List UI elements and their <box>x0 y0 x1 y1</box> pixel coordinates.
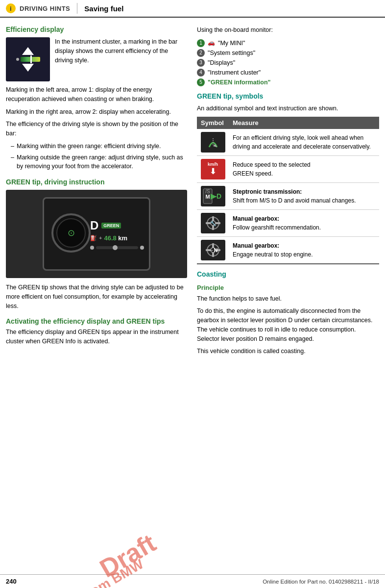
symbol-cell-2: km/h ⬇ <box>197 155 229 182</box>
sym-img-gear-wrench: 🔧 <box>201 213 225 233</box>
intro-text: Using the on-board monitor: <box>197 26 379 35</box>
header-divider <box>77 3 77 14</box>
measure-cell-3: Steptronic transmission: Shift from M/S … <box>229 182 379 209</box>
symbol-measure-table: Symbol Measure <box>197 117 379 264</box>
num-badge-5: 5 <box>197 78 205 86</box>
gauge-circle: ⊙ <box>51 213 91 253</box>
right-column: Using the on-board monitor: 1 🚗 "My MINI… <box>197 26 379 359</box>
efficiency-bar <box>13 45 43 74</box>
main-content: Efficiency display In the instrument clu… <box>0 18 385 364</box>
bar-dot <box>16 58 19 61</box>
num-badge-2: 2 <box>197 49 205 57</box>
svg-rect-11 <box>216 222 220 224</box>
num-badge-1: 1 <box>197 39 205 47</box>
slider-end-left <box>90 246 94 250</box>
table-row: 🔧 Manual gearbox: Follow gearshift recom… <box>197 209 379 236</box>
edition-text: Online Edition for Part no. 01402988211 … <box>263 579 379 585</box>
efficiency-text1: In the instrument cluster, a marking in … <box>55 38 177 64</box>
svg-text:M: M <box>205 194 210 200</box>
symbol-cell-4: 🔧 <box>197 209 229 236</box>
table-header-measure: Measure <box>229 117 379 129</box>
num-badge-3: 3 <box>197 59 205 67</box>
table-header-symbol: Symbol <box>197 117 229 129</box>
ic-d-label: D GREEN <box>90 219 144 232</box>
info-icon: i <box>6 3 16 13</box>
page-number: 240 <box>6 578 17 585</box>
symbol-cell-5: →N <box>197 236 229 264</box>
slider-dot <box>113 245 118 250</box>
draft-watermark: Draft <box>96 530 160 582</box>
num-item-2: 2 "System settings" <box>197 48 379 58</box>
arrow-up-icon <box>22 47 34 55</box>
left-column: Efficiency display In the instrument clu… <box>6 26 187 359</box>
num-item-1-icon: 🚗 <box>208 38 215 48</box>
efficiency-bar-visual <box>21 57 40 62</box>
num-item-4: 4 "Instrument cluster" <box>197 68 379 77</box>
num-item-5: 5 "GREEN information" <box>197 77 379 87</box>
efficiency-text2: Marking in the left area, arrow 1: displ… <box>6 85 187 104</box>
activating-heading: Activating the efficiency display and GR… <box>6 317 187 325</box>
num-badge-4: 4 <box>197 69 205 77</box>
measure-cell-5: Manual gearbox: Engage neutral to stop e… <box>229 236 379 264</box>
svg-text:/S: /S <box>205 189 210 194</box>
table-row: →N Manual gearbox: Engage neutral to sto… <box>197 236 379 264</box>
svg-text:D: D <box>216 192 221 200</box>
page-title: Saving fuel <box>84 4 123 13</box>
sym-img-arrow <box>201 132 225 153</box>
fuel-icon: ⛽ <box>90 235 97 241</box>
ic-slider-row <box>90 246 144 250</box>
green-tip-driving-image: ⊙ D GREEN ⛽ + 46.8 km <box>6 190 187 278</box>
green-driving-text: The GREEN tip shows that the driving sty… <box>6 283 187 310</box>
ic-distance: 46.8 km <box>104 234 127 242</box>
svg-text:🔧: 🔧 <box>210 220 217 227</box>
coasting-heading: Coasting <box>197 270 379 278</box>
sym-img-steptronic: M /S D <box>201 186 225 206</box>
steering-icon: ⊙ <box>68 228 75 238</box>
efficiency-text4: The efficiency of the driving style is s… <box>6 120 187 138</box>
measure-cell-4: Manual gearbox: Follow gearshift recomme… <box>229 209 379 236</box>
bar-row <box>16 57 40 62</box>
arrow-down-icon <box>22 64 34 72</box>
table-row: km/h ⬇ Reduce speed to the selected GREE… <box>197 155 379 182</box>
coasting-text2: To do this, the engine is automatically … <box>197 307 379 343</box>
numbered-list: 1 🚗 "My MINI" 2 "System settings" 3 "Dis… <box>197 38 379 87</box>
num-item-3: 3 "Displays" <box>197 58 379 68</box>
coasting-text1: The function helps to save fuel. <box>197 294 379 304</box>
symbol-cell-1 <box>197 129 229 156</box>
driving-hints-label: i DRIVING HINTS <box>6 3 70 13</box>
green-driving-heading: GREEN tip, driving instruction <box>6 178 187 186</box>
green-tip-heading: GREEN tip, symbols <box>197 92 379 100</box>
bullet-item-2: Marking outside the green range: adjust … <box>11 153 187 172</box>
coasting-text3: This vehicle condition is called coastin… <box>197 347 379 356</box>
measure-cell-2: Reduce speed to the selected GREEN speed… <box>229 155 379 182</box>
activating-text: The efficiency display and GREEN tips ap… <box>6 328 187 346</box>
efficiency-heading: Efficiency display <box>6 26 187 33</box>
sym-img-gear-n: →N <box>201 240 225 260</box>
ic-right-panel: D GREEN ⛽ + 46.8 km <box>90 204 144 264</box>
num-item-1: 1 🚗 "My MINI" <box>197 38 379 48</box>
green-tip-intro: An additional symbol and text instructio… <box>197 104 379 113</box>
bar-marker <box>30 55 32 63</box>
gauge-inner: ⊙ <box>56 218 86 248</box>
bullet-item-1: Marking within the green range: efficien… <box>11 142 187 151</box>
measure-cell-1: For an efficient driving style, look wel… <box>229 129 379 156</box>
efficiency-intro-block: In the instrument cluster, a marking in … <box>6 37 187 81</box>
table-row: For an efficient driving style, look wel… <box>197 129 379 156</box>
efficiency-text3: Marking in the right area, arrow 2: disp… <box>6 107 187 117</box>
ic-fuel-row: ⛽ + 46.8 km <box>90 234 144 242</box>
efficiency-bullet-list: Marking within the green range: efficien… <box>6 142 187 171</box>
section-label: DRIVING HINTS <box>20 5 70 12</box>
page-footer: 240 Online Edition for Part no. 01402988… <box>0 574 385 588</box>
table-row: M /S D <box>197 182 379 209</box>
ic-green-badge: GREEN <box>101 223 121 229</box>
principle-heading: Principle <box>197 284 379 291</box>
sym-img-kmh: km/h ⬇ <box>201 159 225 179</box>
symbol-cell-3: M /S D <box>197 182 229 209</box>
efficiency-text-block: In the instrument cluster, a marking in … <box>55 37 187 81</box>
slider-bar <box>96 246 138 249</box>
svg-text:→N: →N <box>208 247 217 253</box>
page-header: i DRIVING HINTS Saving fuel <box>0 0 385 18</box>
slider-end-right <box>140 246 144 250</box>
efficiency-image <box>6 37 50 81</box>
instrument-cluster-visual: ⊙ D GREEN ⛽ + 46.8 km <box>43 197 150 271</box>
